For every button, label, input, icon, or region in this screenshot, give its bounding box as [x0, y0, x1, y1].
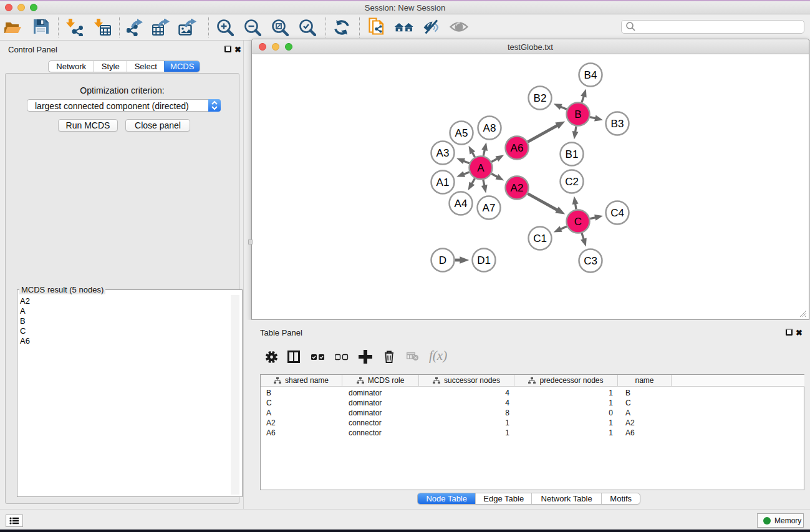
svg-text:C: C: [574, 216, 582, 228]
svg-text:A2: A2: [511, 182, 524, 194]
svg-text:A1: A1: [436, 177, 450, 188]
svg-text:A7: A7: [483, 202, 496, 214]
svg-text:B1: B1: [566, 148, 579, 160]
svg-text:C3: C3: [584, 255, 597, 267]
svg-text:A5: A5: [455, 127, 468, 139]
svg-text:B: B: [574, 109, 581, 120]
svg-text:C4: C4: [610, 207, 624, 219]
svg-text:B2: B2: [534, 92, 547, 104]
svg-text:A3: A3: [436, 147, 450, 159]
svg-text:B3: B3: [611, 118, 624, 130]
svg-text:C1: C1: [533, 233, 547, 244]
svg-text:C2: C2: [565, 176, 579, 188]
svg-text:A8: A8: [483, 122, 496, 134]
svg-text:B4: B4: [584, 69, 597, 81]
svg-text:A6: A6: [511, 142, 524, 154]
svg-text:A: A: [477, 162, 485, 174]
svg-text:D1: D1: [477, 254, 491, 266]
svg-text:D: D: [439, 254, 446, 266]
svg-text:A4: A4: [455, 198, 468, 210]
